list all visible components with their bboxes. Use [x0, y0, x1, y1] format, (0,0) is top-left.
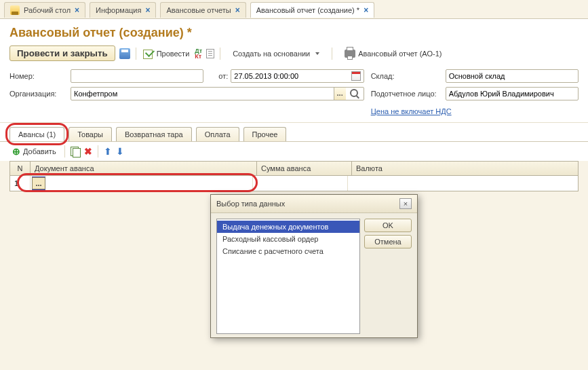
button-label: Провести — [157, 50, 190, 58]
tab-active-document[interactable]: Авансовый отчет (создание) * × — [250, 2, 374, 18]
tab-other[interactable]: Прочее — [243, 127, 287, 141]
type-listbox[interactable]: Выдача денежных документов Расходный кас… — [216, 219, 360, 334]
delete-row-icon[interactable]: ✖ — [84, 146, 92, 157]
tab-info[interactable]: Информация × — [90, 2, 156, 18]
save-icon[interactable] — [119, 48, 130, 59]
input-value: 27.05.2013 0:00:00 — [234, 72, 351, 80]
plus-icon: ⊕ — [12, 146, 20, 157]
move-up-icon[interactable]: ⬆ — [104, 146, 112, 157]
ok-button[interactable]: OK — [364, 219, 412, 232]
date-label: от: — [203, 72, 231, 80]
cancel-button[interactable]: Отмена — [364, 235, 412, 248]
dialog-buttons: OK Отмена — [364, 219, 412, 334]
type-selection-dialog: Выбор типа данных × Выдача денежных доку… — [210, 194, 418, 338]
button-label: Провести и закрыть — [17, 48, 108, 58]
move-down-icon[interactable]: ⬇ — [116, 146, 124, 157]
grid-body: 1 ... — [9, 176, 579, 191]
post-button[interactable]: Провести — [142, 47, 191, 60]
create-based-on-button[interactable]: Создать на основании — [226, 48, 326, 60]
document-panel: Авансовый отчет (создание) * Провести и … — [0, 19, 588, 123]
list-item[interactable]: Выдача денежных документов — [217, 221, 359, 233]
open-selector-button[interactable]: ... — [32, 177, 45, 189]
dt-kt-icon[interactable]: ДтКт — [195, 48, 202, 59]
price-nds-link[interactable]: Цена не включает НДС — [371, 107, 452, 115]
tab-label: Авансы (1) — [18, 130, 56, 138]
org-input[interactable]: Конфетпром ... — [71, 87, 364, 100]
sum-cell[interactable] — [253, 176, 348, 191]
list-item[interactable]: Расходный кассовый ордер — [217, 233, 359, 245]
table-row[interactable]: 1 ... — [10, 176, 578, 191]
select-button[interactable]: ... — [334, 88, 346, 100]
main-toolbar: Провести и закрыть Провести ДтКт Создать… — [9, 45, 579, 61]
post-close-button[interactable]: Провести и закрыть — [9, 45, 115, 61]
col-val-header[interactable]: Валюта — [352, 162, 578, 175]
tab-label: Оплата — [205, 130, 231, 138]
doc-cell[interactable]: ... — [31, 176, 253, 191]
button-label: Авансовый отчет (АО-1) — [358, 50, 442, 58]
tab-goods[interactable]: Товары — [68, 127, 112, 141]
tab-label: Возвратная тара — [125, 130, 183, 138]
desktop-icon — [10, 5, 20, 15]
grid-header: N Документ аванса Сумма аванса Валюта — [9, 161, 579, 176]
close-icon[interactable]: × — [364, 5, 368, 15]
tab-advances[interactable]: Авансы (1) — [9, 127, 64, 141]
highlight-ring — [17, 173, 258, 192]
person-input[interactable]: Абдулов Юрий Владимирович — [446, 87, 579, 100]
tab-label: Авансовый отчет (создание) * — [256, 6, 359, 14]
tab-label: Рабочий стол — [24, 6, 71, 14]
copy-row-icon[interactable] — [71, 147, 80, 156]
button-label: Добавить — [23, 147, 56, 155]
separator — [64, 145, 65, 158]
close-icon[interactable]: × — [75, 5, 79, 15]
printer-icon — [345, 50, 355, 58]
close-icon[interactable]: × — [145, 5, 150, 15]
doc-value-editor[interactable]: ... — [32, 177, 45, 190]
col-sum-header[interactable]: Сумма аванса — [257, 162, 352, 175]
dialog-body: Выдача денежных документов Расходный кас… — [211, 213, 417, 339]
number-input[interactable] — [71, 69, 203, 83]
list-item[interactable]: Списание с расчетного счета — [217, 245, 359, 257]
separator — [98, 145, 98, 158]
dialog-title: Выбор типа данных — [216, 200, 285, 208]
advances-grid: N Документ аванса Сумма аванса Валюта 1 … — [9, 161, 579, 191]
tab-tara[interactable]: Возвратная тара — [116, 127, 192, 141]
separator — [220, 48, 220, 60]
col-doc-header[interactable]: Документ аванса — [31, 162, 257, 175]
detail-tabs: Авансы (1) Товары Возвратная тара Оплата… — [0, 123, 588, 141]
warehouse-input[interactable]: Основной склад — [446, 69, 579, 83]
add-row-button[interactable]: ⊕ Добавить — [9, 145, 59, 158]
tab-label: Авансовые отчеты — [166, 6, 231, 14]
close-icon[interactable]: × — [235, 5, 240, 15]
person-label: Подотчетное лицо: — [364, 90, 446, 98]
close-icon[interactable]: × — [399, 198, 412, 209]
input-value: Конфетпром — [74, 90, 334, 98]
row-number: 1 — [10, 176, 31, 191]
tab-label: Прочее — [252, 130, 278, 138]
button-label: Создать на основании — [233, 50, 310, 58]
date-input[interactable]: 27.05.2013 0:00:00 — [231, 69, 364, 83]
post-icon — [143, 48, 154, 59]
calendar-icon[interactable] — [351, 71, 361, 81]
input-value: Абдулов Юрий Владимирович — [449, 90, 575, 98]
tab-label: Товары — [77, 130, 103, 138]
tab-reports[interactable]: Авансовые отчеты × — [160, 2, 246, 18]
dialog-titlebar[interactable]: Выбор типа данных × — [211, 195, 417, 213]
col-n-header[interactable]: N — [10, 162, 31, 175]
val-cell[interactable] — [348, 176, 578, 191]
input-value: Основной склад — [449, 72, 575, 80]
print-ao-button[interactable]: Авансовый отчет (АО-1) — [338, 48, 448, 60]
tab-payment[interactable]: Оплата — [196, 127, 239, 141]
magnify-icon[interactable] — [350, 89, 358, 97]
table-toolbar: ⊕ Добавить ✖ ⬆ ⬇ — [0, 141, 588, 161]
separator — [332, 48, 332, 60]
tab-desktop[interactable]: Рабочий стол × — [4, 2, 85, 18]
top-tab-bar: Рабочий стол × Информация × Авансовые от… — [0, 0, 588, 19]
fields-grid: Номер: от: 27.05.2013 0:00:00 Склад: Осн… — [9, 69, 579, 115]
org-label: Организация: — [9, 90, 71, 98]
warehouse-label: Склад: — [364, 72, 446, 80]
template-icon[interactable] — [206, 49, 214, 58]
separator — [136, 48, 136, 60]
page-title: Авансовый отчет (создание) * — [9, 26, 579, 40]
number-label: Номер: — [9, 72, 71, 80]
tab-label: Информация — [96, 6, 141, 14]
